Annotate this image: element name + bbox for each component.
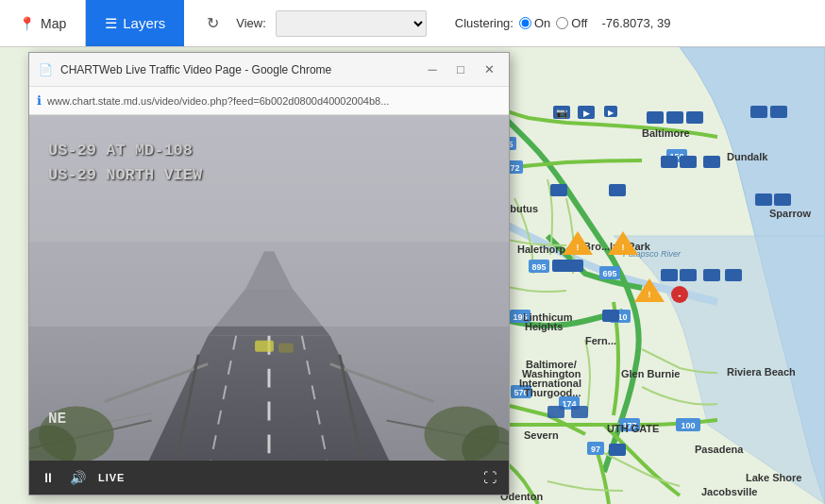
svg-rect-72 [725, 269, 742, 281]
video-overlay-text: US-29 AT MD-108 US-29 NORTH VIEW [48, 139, 202, 187]
clustering-on-label: On [534, 16, 550, 30]
clustering-off-label: Off [571, 16, 587, 30]
browser-title: CHARTWeb Live Traffic Video Page - Googl… [60, 63, 414, 76]
svg-text:!: ! [622, 243, 625, 252]
svg-rect-64 [661, 156, 678, 168]
svg-text:Pasadena: Pasadena [695, 444, 744, 455]
svg-text:97: 97 [591, 445, 600, 454]
svg-rect-55 [647, 111, 664, 124]
svg-rect-70 [680, 269, 697, 281]
svg-rect-62 [550, 184, 567, 196]
video-text-line1: US-29 AT MD-108 [48, 139, 202, 163]
view-select[interactable] [276, 10, 427, 37]
svg-rect-75 [571, 406, 588, 418]
svg-rect-73 [602, 310, 619, 322]
svg-text:!: ! [577, 243, 580, 252]
svg-text:!: ! [648, 290, 651, 299]
toolbar-right: ↻ View: Clustering: On Off -76.8073, 39 [184, 9, 825, 38]
svg-rect-58 [750, 106, 767, 118]
svg-rect-76 [609, 444, 626, 456]
toolbar: 📍 Map ☰ Layers ↻ View: Clustering: On Of… [0, 0, 825, 47]
svg-rect-96 [278, 344, 294, 353]
svg-text:Jacobsville: Jacobsville [701, 486, 757, 497]
browser-page-icon: 📄 [39, 63, 53, 76]
svg-text:-: - [678, 290, 681, 300]
svg-rect-78 [774, 193, 791, 206]
fullscreen-button[interactable]: ⛶ [480, 467, 499, 488]
svg-text:▶: ▶ [583, 109, 590, 118]
svg-rect-68 [566, 260, 583, 272]
refresh-button[interactable]: ↻ [198, 9, 227, 38]
svg-rect-59 [770, 106, 787, 118]
svg-text:Glen Burnie: Glen Burnie [621, 368, 680, 379]
svg-text:Riviera Beach: Riviera Beach [727, 366, 796, 378]
svg-rect-95 [255, 341, 274, 352]
map-pin-icon: 📍 [19, 16, 35, 31]
clustering-label: Clustering: [455, 16, 514, 30]
compass-indicator: NE [48, 411, 66, 428]
video-controls: ⏸ 🔊 LIVE ⛶ [29, 461, 509, 495]
svg-text:895: 895 [531, 262, 546, 272]
svg-text:Severn: Severn [524, 429, 559, 441]
layers-icon: ☰ [105, 15, 117, 32]
nav-tabs: 📍 Map ☰ Layers [0, 0, 184, 46]
svg-text:Dundalk: Dundalk [727, 151, 768, 162]
svg-text:Baltimore: Baltimore [642, 127, 690, 139]
map-tab-label: Map [41, 16, 66, 31]
clustering-off-radio[interactable] [556, 17, 568, 29]
svg-rect-63 [609, 184, 626, 196]
pause-button[interactable]: ⏸ [39, 467, 58, 488]
browser-popup: 📄 CHARTWeb Live Traffic Video Page - Goo… [28, 52, 510, 496]
svg-rect-66 [703, 156, 720, 168]
maximize-button[interactable]: □ [450, 59, 471, 80]
svg-rect-77 [755, 193, 772, 206]
svg-text:695: 695 [602, 269, 616, 278]
video-text-line2: US-29 NORTH VIEW [48, 163, 202, 188]
svg-text:Heights: Heights [525, 321, 563, 332]
svg-text:UTH GATE: UTH GATE [607, 423, 659, 434]
coordinates: -76.8073, 39 [601, 16, 670, 30]
svg-text:Fern...: Fern... [585, 335, 616, 346]
browser-addressbar: ℹ www.chart.state.md.us/video/video.php?… [29, 87, 509, 115]
svg-text:Lake Shore: Lake Shore [746, 472, 801, 483]
close-button[interactable]: ✕ [479, 59, 499, 80]
clustering-on-option[interactable]: On [519, 16, 550, 30]
tab-map[interactable]: 📍 Map [0, 0, 86, 46]
video-container: US-29 AT MD-108 US-29 NORTH VIEW NE [29, 115, 509, 461]
tab-layers[interactable]: ☰ Layers [86, 0, 184, 46]
clustering-group: Clustering: On Off [455, 16, 588, 30]
svg-rect-65 [680, 156, 697, 168]
layers-tab-label: Layers [123, 15, 165, 31]
svg-rect-71 [703, 269, 720, 281]
svg-text:📷: 📷 [556, 107, 568, 119]
svg-rect-69 [661, 269, 678, 281]
svg-text:▶: ▶ [608, 109, 615, 117]
svg-rect-57 [686, 111, 703, 124]
address-url: www.chart.state.md.us/video/video.php?fe… [47, 95, 501, 107]
minimize-button[interactable]: ─ [422, 59, 443, 80]
svg-rect-74 [547, 406, 564, 418]
svg-rect-56 [666, 111, 683, 124]
view-label: View: [236, 16, 266, 30]
live-badge: LIVE [98, 472, 125, 483]
browser-titlebar: 📄 CHARTWeb Live Traffic Video Page - Goo… [29, 53, 509, 87]
volume-button[interactable]: 🔊 [67, 467, 89, 488]
info-icon[interactable]: ℹ [37, 93, 42, 108]
svg-text:Halethorpe: Halethorpe [517, 244, 571, 255]
svg-text:Thurgood...: Thurgood... [524, 387, 581, 398]
clustering-off-option[interactable]: Off [556, 16, 587, 30]
svg-text:Sparrow: Sparrow [769, 208, 811, 219]
svg-text:100: 100 [681, 421, 695, 430]
clustering-on-radio[interactable] [519, 17, 531, 29]
